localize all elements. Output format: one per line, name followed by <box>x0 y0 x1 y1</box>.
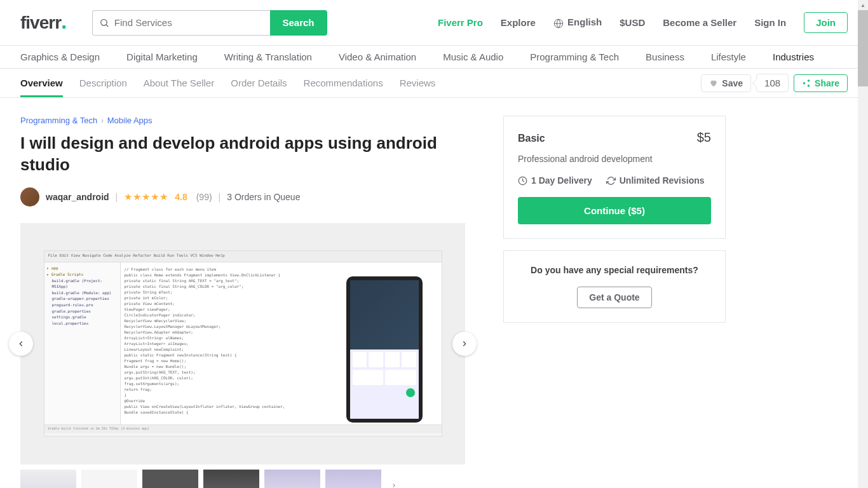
get-quote-button[interactable]: Get a Quote <box>577 287 651 308</box>
save-button[interactable]: Save <box>701 74 751 92</box>
tab-about-seller[interactable]: About The Seller <box>144 78 214 88</box>
breadcrumb: Programming & Tech › Mobile Apps <box>20 116 465 125</box>
gallery-prev-button[interactable] <box>9 332 33 356</box>
thumbnails-next[interactable] <box>386 470 402 488</box>
tab-overview[interactable]: Overview <box>20 78 63 88</box>
chevron-left-icon <box>17 339 25 348</box>
rating-value: 4.8 <box>175 192 187 202</box>
seller-info: waqar_android | ★★★★★ 4.8 (99) | 3 Order… <box>20 187 465 207</box>
orders-in-queue: 3 Orders in Queue <box>227 192 300 202</box>
cat-business[interactable]: Business <box>646 51 684 62</box>
search-input[interactable] <box>114 17 264 28</box>
quote-card: Do you have any special requirements? Ge… <box>503 250 726 323</box>
globe-icon <box>553 18 564 29</box>
nav-signin[interactable]: Sign In <box>754 17 786 28</box>
package-description: Professional android development <box>518 154 711 164</box>
cat-industries[interactable]: Industries <box>773 51 814 62</box>
thumbnail-1[interactable] <box>20 470 76 488</box>
nav-fiverr-pro[interactable]: Fiverr Pro <box>438 17 483 28</box>
delivery-time: 1 Day Delivery <box>518 175 592 186</box>
search-button[interactable]: Search <box>270 10 327 36</box>
categories-nav: Graphics & Design Digital Marketing Writ… <box>0 46 868 69</box>
thumbnail-3[interactable] <box>142 470 198 488</box>
review-count: (99) <box>196 192 212 202</box>
svg-line-1 <box>106 25 108 27</box>
nav-currency[interactable]: $USD <box>620 17 645 28</box>
cat-writing-translation[interactable]: Writing & Translation <box>224 51 312 62</box>
cat-music-audio[interactable]: Music & Audio <box>443 51 503 62</box>
join-button[interactable]: Join <box>804 12 848 33</box>
gig-subnav: Overview Description About The Seller Or… <box>0 69 868 98</box>
quote-question: Do you have any special requirements? <box>518 265 711 275</box>
nav-become-seller[interactable]: Become a Seller <box>663 17 736 28</box>
tab-reviews[interactable]: Reviews <box>400 78 436 88</box>
cat-digital-marketing[interactable]: Digital Marketing <box>126 51 198 62</box>
cat-lifestyle[interactable]: Lifestyle <box>711 51 746 62</box>
gallery-main-image[interactable]: File Edit View Navigate Code Analyze Ref… <box>20 223 465 464</box>
gig-title: I will design and develop android apps u… <box>20 133 465 176</box>
thumbnail-4[interactable] <box>203 470 259 488</box>
svg-point-0 <box>100 19 107 25</box>
cat-programming-tech[interactable]: Programming & Tech <box>530 51 619 62</box>
cat-video-animation[interactable]: Video & Animation <box>339 51 416 62</box>
refresh-icon <box>606 176 616 186</box>
scrollbar[interactable]: ▲ <box>858 0 868 488</box>
tab-description[interactable]: Description <box>79 78 127 88</box>
seller-username[interactable]: waqar_android <box>46 192 109 202</box>
thumbnail-5[interactable] <box>264 470 320 488</box>
breadcrumb-subcategory[interactable]: Mobile Apps <box>107 116 153 125</box>
search-form: Search <box>92 10 327 36</box>
scrollbar-thumb[interactable] <box>858 10 868 86</box>
continue-button[interactable]: Continue ($5) <box>518 197 711 224</box>
package-card: Basic $5 Professional android developmen… <box>503 116 726 239</box>
gig-gallery: File Edit View Navigate Code Analyze Ref… <box>20 223 465 464</box>
breadcrumb-category[interactable]: Programming & Tech <box>20 116 97 125</box>
revisions: Unlimited Revisions <box>606 175 705 186</box>
nav-language[interactable]: English <box>553 17 602 28</box>
nav-explore[interactable]: Explore <box>501 17 536 28</box>
search-icon <box>99 17 109 29</box>
save-count: 108 <box>756 74 789 92</box>
logo[interactable]: fiverr. <box>20 13 67 33</box>
gallery-next-button[interactable] <box>452 332 477 356</box>
emulator-preview <box>346 276 423 423</box>
heart-icon <box>709 79 718 88</box>
package-name: Basic <box>518 133 545 144</box>
chevron-right-icon <box>391 482 397 488</box>
tab-order-details[interactable]: Order Details <box>231 78 287 88</box>
clock-icon <box>518 176 527 186</box>
share-icon <box>802 79 811 88</box>
tab-recommendations[interactable]: Recommendations <box>304 78 383 88</box>
main-header: fiverr. Search Fiverr Pro Explore Englis… <box>0 0 868 46</box>
thumbnail-2[interactable] <box>81 470 137 488</box>
scroll-up-icon[interactable]: ▲ <box>858 0 868 10</box>
thumbnail-6[interactable] <box>325 470 381 488</box>
share-button[interactable]: Share <box>794 74 848 92</box>
chevron-right-icon <box>460 339 469 348</box>
ide-screenshot: File Edit View Navigate Code Analyze Ref… <box>44 250 442 436</box>
star-rating-icon: ★★★★★ <box>124 191 168 203</box>
gallery-thumbnails <box>20 470 465 488</box>
seller-avatar[interactable] <box>20 187 39 207</box>
cat-graphics-design[interactable]: Graphics & Design <box>20 51 100 62</box>
package-price: $5 <box>697 130 711 145</box>
